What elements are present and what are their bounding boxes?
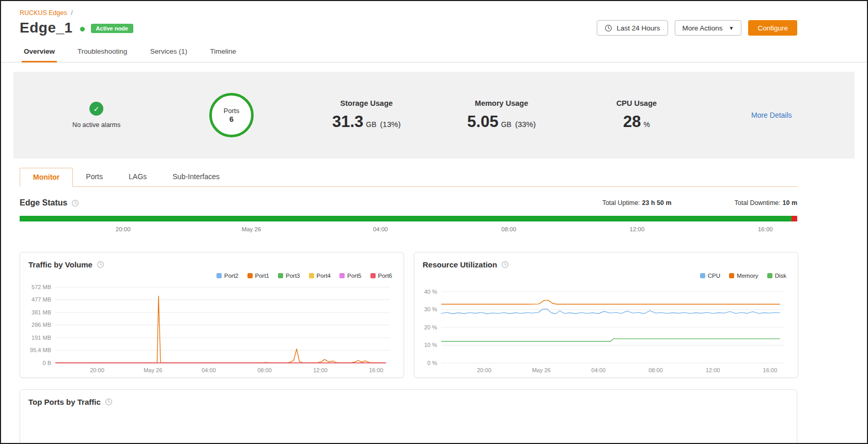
- tab-timeline[interactable]: Timeline: [208, 47, 238, 62]
- metric-label: Memory Usage: [475, 99, 528, 107]
- subtab-sub-interfaces[interactable]: Sub-Interfaces: [160, 168, 233, 186]
- legend-item-CPU[interactable]: CPU: [700, 272, 720, 279]
- edge-status-tick: May 26: [242, 226, 261, 232]
- clock-icon: [97, 261, 104, 268]
- active-node-badge: Active node: [91, 24, 133, 33]
- edge-status-header: Edge Status Total Uptime:23 h 50 m Total…: [20, 198, 797, 208]
- edge-status-tick: 12:00: [630, 226, 645, 232]
- traffic-by-volume-chart: 0 B95.4 MB191 MB286 MB381 MB477 MB572 MB…: [28, 280, 395, 375]
- total-uptime-label: Total Uptime:: [602, 199, 640, 207]
- clock-icon: [501, 261, 509, 268]
- edge-status-tick: 04:00: [373, 226, 388, 232]
- legend-swatch: [309, 273, 314, 278]
- tab-services[interactable]: Services (1): [148, 47, 189, 62]
- subtab-lags[interactable]: LAGs: [116, 168, 160, 186]
- card-title: Top Ports by Traffic: [28, 398, 101, 406]
- edge-status-tick: 16:00: [758, 226, 773, 232]
- legend-swatch: [700, 273, 705, 278]
- metric-percent: (13%): [380, 120, 401, 129]
- metric-value-row: 5.05 GB (33%): [467, 113, 536, 131]
- edge-status-tick: 20:00: [116, 226, 131, 232]
- page-header: RUCKUS Edges / Edge_1 Active node Last 2…: [1, 1, 867, 62]
- x-tick-label: 12:00: [706, 367, 720, 373]
- memory-usage-metric: Memory Usage 5.05 GB (33%): [434, 99, 569, 131]
- subtab-ports[interactable]: Ports: [73, 168, 116, 186]
- breadcrumb-separator: /: [71, 9, 72, 17]
- more-details-block: More Details: [704, 111, 839, 119]
- legend-item-Port2[interactable]: Port2: [216, 272, 239, 279]
- legend-swatch: [767, 273, 772, 278]
- storage-usage-metric: Storage Usage 31.3 GB (13%): [299, 99, 434, 131]
- legend-swatch: [278, 273, 283, 278]
- total-downtime-value: 10 m: [783, 199, 798, 207]
- clock-icon: [71, 199, 79, 207]
- x-tick-label: 16:00: [763, 367, 778, 373]
- configure-button[interactable]: Configure: [748, 20, 797, 36]
- more-details-link[interactable]: More Details: [751, 111, 792, 119]
- legend-item-Port6[interactable]: Port6: [370, 272, 393, 279]
- page-title: Edge_1: [20, 20, 73, 36]
- resource-utilization-chart: 0 %10 %20 %30 %40 %20:00May 2604:0008:00…: [423, 280, 789, 375]
- legend-swatch: [247, 273, 253, 278]
- metric-unit: GB: [501, 120, 512, 129]
- legend-item-Disk[interactable]: Disk: [767, 272, 786, 279]
- legend-item-Port4[interactable]: Port4: [309, 272, 331, 279]
- y-tick-label: 286 MB: [32, 322, 51, 328]
- cpu-usage-metric: CPU Usage 28 %: [569, 99, 704, 131]
- ports-ring-label: Ports: [224, 107, 239, 115]
- metric-label: CPU Usage: [616, 99, 657, 107]
- ports-ring: Ports 6: [209, 93, 254, 137]
- x-tick-label: May 26: [532, 367, 551, 373]
- ports-ring-count: 6: [229, 115, 234, 123]
- tab-overview[interactable]: Overview: [22, 47, 57, 62]
- timeline-axis: 20:00May 2604:0008:0012:0016:00: [20, 226, 797, 234]
- time-range-label: Last 24 Hours: [616, 24, 660, 32]
- edge-status-section: Edge Status Total Uptime:23 h 50 m Total…: [20, 198, 797, 234]
- app-window: RUCKUS Edges / Edge_1 Active node Last 2…: [0, 0, 868, 444]
- alarms-summary: ✓ No active alarms: [29, 102, 164, 129]
- resource-utilization-card: Resource Utilization CPUMemoryDisk 0 %10…: [414, 252, 798, 378]
- title-row: Edge_1 Active node Last 24 Hours More Ac…: [20, 20, 848, 36]
- clock-icon: [105, 398, 113, 406]
- legend-item-Port1[interactable]: Port1: [247, 272, 270, 279]
- summary-panel: ✓ No active alarms Ports 6 Storage Usage…: [13, 72, 855, 158]
- y-tick-label: 0 %: [427, 360, 437, 366]
- y-tick-label: 477 MB: [32, 296, 51, 303]
- x-tick-label: 08:00: [257, 367, 272, 373]
- legend-item-Port3[interactable]: Port3: [278, 272, 300, 279]
- uptime-timeline-bar: [20, 216, 797, 221]
- series-line-Memory: [441, 300, 780, 305]
- chevron-down-icon: ▼: [729, 25, 734, 31]
- metric-value: 5.05: [467, 113, 498, 131]
- y-tick-label: 40 %: [424, 289, 437, 295]
- breadcrumb-link-ruckus-edges[interactable]: RUCKUS Edges: [20, 9, 67, 17]
- monitor-subtabs: Monitor Ports LAGs Sub-Interfaces: [20, 168, 797, 187]
- x-tick-label: 12:00: [313, 367, 328, 373]
- legend-item-Port5[interactable]: Port5: [339, 272, 362, 279]
- card-title: Resource Utilization: [423, 260, 497, 269]
- card-title: Traffic by Volume: [28, 260, 92, 269]
- x-tick-label: May 26: [144, 367, 162, 373]
- clock-icon: [605, 24, 612, 32]
- active-status-dot: [80, 27, 85, 31]
- x-tick-label: 04:00: [202, 367, 216, 373]
- y-tick-label: 0 B: [42, 360, 51, 366]
- y-tick-label: 30 %: [424, 306, 437, 312]
- y-tick-label: 20 %: [424, 324, 437, 330]
- metric-percent: (33%): [515, 120, 536, 129]
- more-actions-button[interactable]: More Actions ▼: [675, 20, 742, 36]
- tab-troubleshooting[interactable]: Troubleshooting: [75, 47, 129, 62]
- card-header: Traffic by Volume: [28, 260, 395, 269]
- subtab-monitor[interactable]: Monitor: [20, 168, 73, 187]
- more-actions-label: More Actions: [683, 24, 723, 32]
- legend-swatch: [339, 273, 345, 278]
- metric-unit: GB: [366, 120, 376, 129]
- edge-status-title: Edge Status: [20, 198, 67, 208]
- y-tick-label: 95.4 MB: [30, 347, 51, 353]
- time-range-button[interactable]: Last 24 Hours: [597, 20, 668, 36]
- legend-item-Memory[interactable]: Memory: [729, 272, 758, 279]
- breadcrumb: RUCKUS Edges /: [20, 9, 867, 17]
- metric-value-row: 31.3 GB (13%): [332, 113, 401, 131]
- card-header: Resource Utilization: [423, 260, 789, 269]
- x-tick-label: 20:00: [90, 367, 104, 373]
